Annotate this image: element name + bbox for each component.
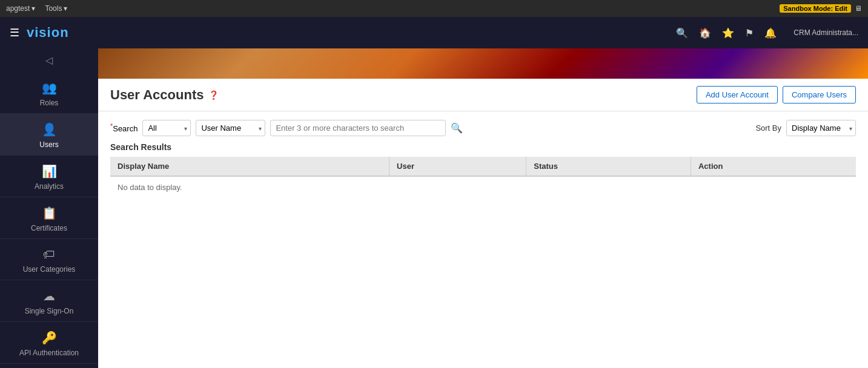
sidebar-label-users: Users [39, 140, 58, 149]
sidebar-item-single-sign-on[interactable]: ☁ Single Sign-On [0, 280, 98, 322]
roles-icon: 👥 [42, 80, 57, 95]
sidebar-item-administration[interactable]: ⚙ Administration [0, 364, 98, 368]
monitor-icon: 🖥 [855, 4, 862, 13]
content-area: User Accounts ❓ Add User Account Compare… [98, 48, 868, 368]
apgtest-arrow: ▾ [31, 4, 35, 13]
api-auth-icon: 🔑 [42, 330, 57, 345]
sidebar-item-roles[interactable]: 👥 Roles [0, 72, 98, 114]
filter-select[interactable]: All Active Inactive [142, 120, 191, 136]
flag-icon[interactable]: ⚑ [745, 27, 754, 39]
main-layout: ◁ 👥 Roles 👤 Users 📊 Analytics 📋 Certific… [0, 48, 868, 368]
sidebar-label-certificates: Certificates [31, 224, 67, 232]
sidebar-label-single-sign-on: Single Sign-On [25, 307, 74, 315]
users-icon: 👤 [42, 122, 57, 137]
topbar-left: apgtest ▾ Tools ▾ [6, 4, 67, 13]
sidebar: ◁ 👥 Roles 👤 Users 📊 Analytics 📋 Certific… [0, 48, 98, 368]
bell-icon[interactable]: 🔔 [764, 27, 777, 39]
compare-users-button[interactable]: Compare Users [783, 86, 856, 104]
sidebar-item-api-authentication[interactable]: 🔑 API Authentication [0, 322, 98, 364]
help-icon[interactable]: ❓ [208, 90, 219, 100]
certificates-icon: 📋 [42, 206, 57, 220]
add-user-account-button[interactable]: Add User Account [697, 86, 778, 104]
tools-label: Tools [45, 4, 62, 13]
filter-select-wrapper: All Active Inactive [142, 120, 191, 136]
hamburger-icon[interactable]: ☰ [10, 26, 19, 39]
single-sign-on-icon: ☁ [43, 289, 55, 303]
sidebar-label-analytics: Analytics [35, 182, 64, 191]
page-title-bar: User Accounts ❓ Add User Account Compare… [98, 79, 868, 111]
user-categories-icon: 🏷 [43, 248, 55, 261]
tools-menu[interactable]: Tools ▾ [45, 4, 67, 13]
field-select[interactable]: User Name Display Name Email [196, 120, 265, 136]
header-icons: 🔍 🏠 ⭐ ⚑ 🔔 CRM Administrata... [676, 27, 858, 39]
col-user: User [389, 157, 526, 176]
header: ☰ vision 🔍 🏠 ⭐ ⚑ 🔔 CRM Administrata... [0, 17, 868, 48]
results-area: Search Results Display Name User Status … [98, 142, 868, 368]
star-icon[interactable]: ⭐ [722, 27, 734, 39]
sidebar-item-users[interactable]: 👤 Users [0, 114, 98, 156]
no-data-cell: No data to display. [110, 176, 856, 198]
search-input[interactable] [270, 120, 446, 136]
topbar-right: Sandbox Mode: Edit 🖥 [780, 4, 862, 13]
page-header-image [98, 48, 868, 79]
logo-text: vision [27, 25, 69, 40]
sort-by-label: Sort By [755, 123, 781, 133]
apgtest-label: apgtest [6, 4, 30, 13]
topbar: apgtest ▾ Tools ▾ Sandbox Mode: Edit 🖥 [0, 0, 868, 17]
home-icon[interactable]: 🏠 [699, 27, 711, 39]
col-display-name: Display Name [110, 157, 389, 176]
analytics-icon: 📊 [42, 164, 57, 179]
sidebar-label-api-authentication: API Authentication [19, 349, 79, 357]
sort-select-wrapper: Display Name User Name Email [786, 120, 856, 136]
sidebar-label-user-categories: User Categories [23, 265, 76, 274]
page-title-actions: Add User Account Compare Users [697, 86, 856, 104]
sidebar-label-roles: Roles [40, 99, 59, 107]
field-select-wrapper: User Name Display Name Email [196, 120, 265, 136]
logo: vision [27, 25, 676, 41]
results-header-row: Display Name User Status Action [110, 157, 856, 176]
col-status: Status [526, 157, 691, 176]
sidebar-item-certificates[interactable]: 📋 Certificates [0, 197, 98, 239]
search-button[interactable]: 🔍 [451, 122, 463, 134]
search-icon[interactable]: 🔍 [676, 27, 688, 39]
search-area: *Search All Active Inactive User Name Di… [98, 111, 868, 142]
page-title-left: User Accounts ❓ [110, 87, 219, 103]
sidebar-collapse-button[interactable]: ◁ [0, 48, 98, 72]
results-table: Display Name User Status Action No data … [110, 157, 856, 198]
results-title: Search Results [110, 142, 856, 152]
page-title: User Accounts [110, 87, 204, 103]
sort-select[interactable]: Display Name User Name Email [786, 120, 856, 136]
col-action: Action [691, 157, 856, 176]
tools-arrow: ▾ [64, 4, 67, 13]
no-data-row: No data to display. [110, 176, 856, 198]
search-label: *Search [110, 122, 137, 133]
sidebar-item-analytics[interactable]: 📊 Analytics [0, 156, 98, 197]
sandbox-badge: Sandbox Mode: Edit [780, 4, 851, 13]
results-table-head: Display Name User Status Action [110, 157, 856, 176]
sidebar-item-user-categories[interactable]: 🏷 User Categories [0, 239, 98, 280]
crm-label: CRM Administrata... [793, 28, 858, 37]
apgtest-menu[interactable]: apgtest ▾ [6, 4, 35, 13]
results-table-body: No data to display. [110, 176, 856, 198]
search-row: *Search All Active Inactive User Name Di… [110, 120, 856, 136]
collapse-icon: ◁ [45, 55, 53, 65]
